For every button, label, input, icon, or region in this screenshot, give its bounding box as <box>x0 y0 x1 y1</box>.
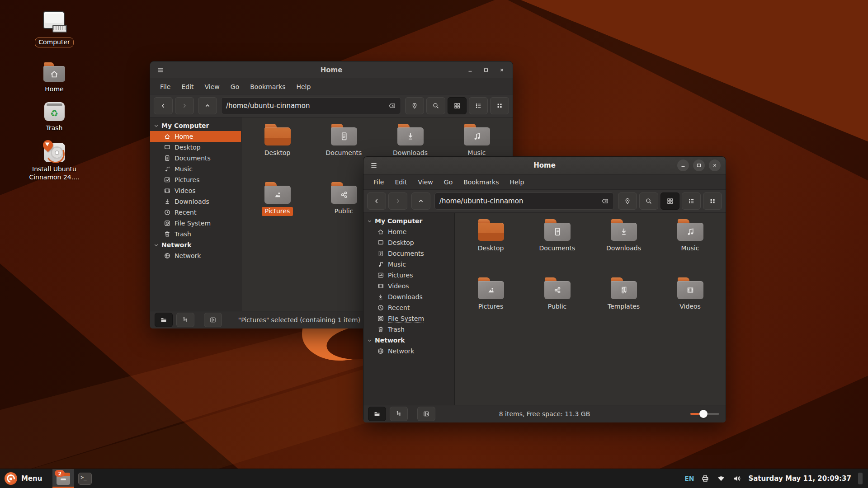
desktop-icon-computer[interactable]: Computer <box>25 10 84 47</box>
up-button[interactable] <box>198 97 217 114</box>
file-item[interactable]: Templates <box>594 275 654 333</box>
grid-view-button[interactable] <box>660 192 679 210</box>
sidebar-row[interactable]: Desktop <box>150 142 241 153</box>
sidebar-row[interactable]: Downloads <box>363 291 454 302</box>
computer-icon <box>42 10 67 35</box>
file-item[interactable]: Documents <box>527 216 588 275</box>
clear-path-icon[interactable] <box>601 197 609 205</box>
menu-item[interactable]: View <box>413 178 439 186</box>
file-item[interactable]: Music <box>660 216 721 275</box>
search-button[interactable] <box>426 97 445 114</box>
titlebar[interactable]: Home <box>363 157 726 174</box>
sidebar-row[interactable]: Documents <box>363 248 454 259</box>
sidebar-row[interactable]: Pictures <box>363 270 454 281</box>
up-button[interactable] <box>411 192 430 210</box>
show-desktop-button[interactable] <box>858 473 863 484</box>
path-bar[interactable]: /home/ubuntu-cinnamon <box>434 192 614 210</box>
places-toggle-button[interactable] <box>155 313 173 327</box>
menu-item[interactable]: Bookmarks <box>245 83 291 90</box>
menu-item[interactable]: Go <box>225 83 245 90</box>
sidebar-row[interactable]: Home <box>150 131 241 142</box>
sidebar-row[interactable]: File System <box>150 218 241 229</box>
sidebar-row[interactable]: Videos <box>363 281 454 291</box>
taskbar-terminal-button[interactable]: >_ <box>74 469 96 488</box>
slider-handle[interactable] <box>699 410 708 418</box>
file-item[interactable]: Downloads <box>594 216 654 275</box>
sidebar-row[interactable]: Recent <box>150 207 241 218</box>
desktop-icon-trash[interactable]: ♻ Trash <box>25 102 84 133</box>
sidebar-row[interactable]: Network <box>150 250 241 261</box>
sidebar-row[interactable]: Network <box>363 346 454 357</box>
app-menu-icon[interactable] <box>156 66 165 74</box>
desktop-icon-home[interactable]: Home <box>25 62 84 94</box>
back-button[interactable] <box>367 192 386 210</box>
maximize-button[interactable] <box>480 64 492 76</box>
sidebar-row[interactable]: Videos <box>150 185 241 196</box>
icon-zoom-slider[interactable] <box>690 407 719 421</box>
forward-button[interactable] <box>388 192 407 210</box>
file-item[interactable]: Desktop <box>247 121 308 179</box>
minimize-button[interactable] <box>464 64 476 76</box>
back-button[interactable] <box>154 97 173 114</box>
clock[interactable]: Saturday May 11, 20:09:37 <box>748 474 851 483</box>
file-item[interactable]: Public <box>527 275 588 333</box>
compact-view-button[interactable] <box>490 97 509 114</box>
tree-icon <box>182 316 189 324</box>
search-button[interactable] <box>639 192 658 210</box>
clear-path-icon[interactable] <box>388 102 396 110</box>
file-item[interactable]: Pictures <box>461 275 521 333</box>
sidebar-row[interactable]: Home <box>363 226 454 237</box>
file-view[interactable]: Desktop Documents <box>455 213 726 405</box>
sidebar-row[interactable]: Documents <box>150 153 241 164</box>
sidebar-row[interactable]: File System <box>363 313 454 324</box>
taskbar-files-button[interactable]: 2 <box>52 469 74 488</box>
sidebar-row[interactable]: Music <box>363 259 454 270</box>
sidebar-row[interactable]: Desktop <box>363 237 454 248</box>
menu-item[interactable]: View <box>199 83 225 90</box>
sidebar-row[interactable]: Downloads <box>150 196 241 207</box>
menu-item[interactable]: File <box>368 178 389 186</box>
network-wifi-icon[interactable] <box>717 474 726 483</box>
compact-view-button[interactable] <box>703 192 722 210</box>
file-item[interactable]: Desktop <box>461 216 521 275</box>
volume-icon[interactable] <box>732 474 741 483</box>
file-item[interactable]: Videos <box>660 275 721 333</box>
sidebar-row[interactable]: Network <box>363 335 454 346</box>
sidebar-row[interactable]: Trash <box>363 324 454 335</box>
printer-icon[interactable] <box>701 474 710 483</box>
location-toggle-button[interactable] <box>405 97 424 114</box>
app-menu-icon[interactable] <box>370 161 378 169</box>
sidebar-row[interactable]: My Computer <box>150 120 241 131</box>
desktop-icon-install[interactable]: Install Ubuntu Cinnamon 24.... <box>25 143 84 182</box>
close-button[interactable] <box>496 64 508 76</box>
sidebar-row[interactable]: Recent <box>363 302 454 313</box>
location-toggle-button[interactable] <box>618 192 637 210</box>
chevron-up-icon <box>204 102 211 109</box>
menu-item[interactable]: Edit <box>389 178 412 186</box>
menu-item[interactable]: Help <box>291 83 316 90</box>
minimize-button[interactable] <box>677 160 689 171</box>
list-view-button[interactable] <box>469 97 488 114</box>
forward-button[interactable] <box>175 97 194 114</box>
titlebar[interactable]: Home <box>150 61 513 79</box>
close-button[interactable] <box>709 160 721 171</box>
menu-item[interactable]: Bookmarks <box>458 178 504 186</box>
folder-emblem-icon <box>404 130 417 143</box>
path-bar[interactable]: /home/ubuntu-cinnamon <box>221 97 401 114</box>
sidebar-row[interactable]: Network <box>150 239 241 250</box>
sidebar-row[interactable]: Trash <box>150 229 241 239</box>
sidebar-row[interactable]: Music <box>150 164 241 174</box>
menu-item[interactable]: Help <box>504 178 529 186</box>
menu-button[interactable]: Menu <box>0 469 49 488</box>
menu-item[interactable]: Go <box>439 178 458 186</box>
maximize-button[interactable] <box>693 160 705 171</box>
sidebar-row[interactable]: My Computer <box>363 216 454 226</box>
file-item[interactable]: Pictures <box>247 179 308 238</box>
sidebar-row[interactable]: Pictures <box>150 174 241 185</box>
menu-item[interactable]: Edit <box>176 83 199 90</box>
menu-item[interactable]: File <box>155 83 176 90</box>
keyboard-layout-indicator[interactable]: EN <box>684 475 694 482</box>
list-view-button[interactable] <box>682 192 701 210</box>
grid-view-button[interactable] <box>448 97 467 114</box>
treeview-toggle-button[interactable] <box>176 313 194 327</box>
